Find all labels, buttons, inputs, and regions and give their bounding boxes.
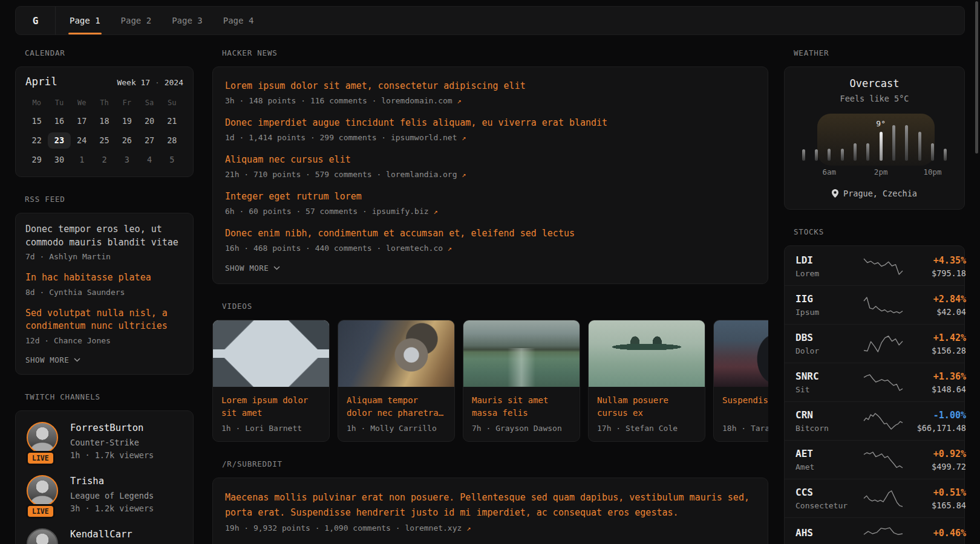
video-card[interactable]: Nullam posuere cursus ex 17h · Stefan Co… xyxy=(588,320,705,442)
stock-row[interactable]: LDI Lorem +4.35% $795.18 xyxy=(785,247,964,285)
hackernews-show-more-button[interactable]: SHOW MORE xyxy=(225,264,756,273)
calendar-day-header: Sa xyxy=(138,96,160,109)
story-meta-text: 3h · 148 points · 116 comments · xyxy=(225,96,376,105)
story-domain-link[interactable]: loremtech.co ↗ xyxy=(386,244,452,253)
calendar-date[interactable]: 26 xyxy=(116,132,138,149)
stock-price: $165.84 xyxy=(903,500,966,511)
calendar-date[interactable]: 15 xyxy=(25,113,48,129)
calendar-week: Week 17 xyxy=(117,78,150,87)
avatar xyxy=(27,475,58,507)
weather-temp-bar xyxy=(854,143,857,161)
rss-item-title[interactable]: Sed volutpat nulla nisl, a condimentum n… xyxy=(25,307,183,333)
calendar-date[interactable]: 28 xyxy=(161,132,183,149)
calendar-date[interactable]: 27 xyxy=(138,132,160,149)
stock-quote: +1.42% $156.28 xyxy=(903,332,966,356)
twitch-channel-info: ForrestBurton Counter-Strike 1h · 1.7k v… xyxy=(70,422,154,461)
weather-hour-slot: 6am xyxy=(825,125,834,161)
app-logo[interactable]: G xyxy=(16,7,56,34)
hackernews-story-meta: 21h · 710 points · 579 comments · loreml… xyxy=(225,169,756,180)
video-card[interactable]: Aliquam tempor dolor nec pharetra… 1h · … xyxy=(338,320,455,442)
page-scrollbar-thumb[interactable] xyxy=(975,1,978,154)
rss-item-title[interactable]: In hac habitasse platea xyxy=(25,271,183,285)
hackernews-story-title[interactable]: Donec imperdiet augue tincidunt felis al… xyxy=(225,116,756,129)
weather-condition: Overcast xyxy=(785,77,964,90)
twitch-channel-row[interactable]: LIVE ForrestBurton Counter-Strike 1h · 1… xyxy=(27,422,182,461)
calendar-date[interactable]: 17 xyxy=(71,113,93,129)
stock-row[interactable]: CRN Bitcorn -1.00% $66,171.48 xyxy=(785,401,964,440)
external-link-icon: ↗ xyxy=(448,244,452,253)
weather-temp-bar xyxy=(866,143,869,161)
hackernews-story-title[interactable]: Lorem ipsum dolor sit amet, consectetur … xyxy=(225,79,756,92)
calendar-date[interactable]: 1 xyxy=(71,152,93,168)
calendar-date[interactable]: 4 xyxy=(138,152,160,168)
twitch-channel-viewers: 3h · 1.2k viewers xyxy=(70,503,154,514)
hackernews-story-title[interactable]: Donec enim nibh, condimentum et accumsan… xyxy=(225,227,756,240)
page-tab[interactable]: Page 4 xyxy=(213,7,264,34)
rss-item-title[interactable]: Donec tempor eros leo, ut commodo mauris… xyxy=(25,223,183,249)
twitch-channel-row[interactable]: LIVE Trisha League of Legends 3h · 1.2k … xyxy=(27,475,182,514)
calendar-date[interactable]: 2 xyxy=(93,152,116,168)
stock-row[interactable]: SNRC Sit +1.36% $148.64 xyxy=(785,363,964,401)
calendar-week-year: Week 17 · 2024 xyxy=(117,78,183,87)
video-card[interactable]: Lorem ipsum dolor sit amet consectetu… 1… xyxy=(212,320,330,442)
calendar-date[interactable]: 3 xyxy=(116,152,138,168)
hackernews-story-title[interactable]: Integer eget rutrum lorem xyxy=(225,190,756,203)
hackernews-section-label: HACKER NEWS xyxy=(222,48,768,58)
stock-row[interactable]: AET Amet +0.92% $499.72 xyxy=(785,440,964,479)
twitch-section-label: TWITCH CHANNELS xyxy=(25,392,194,402)
calendar-date[interactable]: 24 xyxy=(71,132,93,149)
subreddit-widget: Maecenas mollis pulvinar erat non posuer… xyxy=(212,478,768,544)
hackernews-story-meta: 6h · 60 points · 57 comments · ipsumify.… xyxy=(225,206,756,217)
twitch-channel-row[interactable]: KendallCarr xyxy=(27,528,182,544)
weather-hour-slot xyxy=(941,125,950,161)
subreddit-post-title[interactable]: Maecenas mollis pulvinar erat non posuer… xyxy=(225,490,756,520)
calendar-date[interactable]: 5 xyxy=(161,152,183,168)
stock-identity: CRN Bitcorn xyxy=(795,409,863,433)
stock-company-name: Dolor xyxy=(795,346,863,356)
calendar-date[interactable]: 16 xyxy=(48,113,70,129)
video-title: Lorem ipsum dolor sit amet consectetu… xyxy=(221,394,321,419)
stock-row[interactable]: AHS +0.46% xyxy=(785,517,964,544)
page-tab[interactable]: Page 3 xyxy=(162,7,213,34)
story-domain-link[interactable]: loremdomain.com ↗ xyxy=(381,96,461,105)
stock-change-percent: +0.92% xyxy=(903,448,966,460)
page-tab[interactable]: Page 1 xyxy=(59,7,111,34)
calendar-date[interactable]: 30 xyxy=(48,152,70,168)
weather-hourly-chart: 6am xyxy=(799,125,950,161)
stock-price: $66,171.48 xyxy=(903,423,966,433)
calendar-date[interactable]: 21 xyxy=(161,113,183,129)
calendar-day-header: Th xyxy=(93,96,116,109)
weather-temp-bar xyxy=(841,149,844,161)
post-domain-link[interactable]: loremnet.xyz ↗ xyxy=(405,523,471,533)
twitch-channel-info: Trisha League of Legends 3h · 1.2k viewe… xyxy=(70,475,154,514)
story-domain-link[interactable]: ipsumify.biz ↗ xyxy=(372,207,438,216)
weather-hour-slot xyxy=(864,125,872,161)
calendar-date[interactable]: 19 xyxy=(116,113,138,129)
stock-row[interactable]: IIG Ipsum +2.84% $42.04 xyxy=(785,285,964,324)
stock-row[interactable]: DBS Dolor +1.42% $156.28 xyxy=(785,324,964,363)
videos-carousel: Lorem ipsum dolor sit amet consectetu… 1… xyxy=(212,320,768,442)
stock-ticker: CRN xyxy=(795,409,863,421)
video-title: Suspendisse diam xyxy=(722,394,768,419)
story-domain-link[interactable]: loremlandia.org ↗ xyxy=(386,170,466,179)
hackernews-story-meta: 16h · 468 points · 440 comments · loremt… xyxy=(225,243,756,254)
calendar-date[interactable]: 18 xyxy=(93,113,116,129)
page-tab[interactable]: Page 2 xyxy=(111,7,162,34)
rss-show-more-button[interactable]: SHOW MORE xyxy=(25,355,183,364)
calendar-date[interactable]: 22 xyxy=(25,132,48,149)
calendar-date[interactable]: 25 xyxy=(93,132,116,149)
subreddit-section-label: /R/SUBREDDIT xyxy=(222,459,768,469)
stock-row[interactable]: CCS Consectetur +0.51% $165.84 xyxy=(785,479,964,517)
video-meta: 1h · Lori Barnett xyxy=(221,424,321,433)
external-link-icon: ↗ xyxy=(457,97,462,105)
calendar-date[interactable]: 23 xyxy=(48,132,70,149)
hackernews-story-title[interactable]: Aliquam nec cursus elit xyxy=(225,153,756,166)
weather-hour-label: 10pm xyxy=(924,167,942,176)
calendar-date[interactable]: 20 xyxy=(138,113,160,129)
calendar-date[interactable]: 29 xyxy=(25,152,48,168)
stock-quote: -1.00% $66,171.48 xyxy=(903,409,966,433)
video-card[interactable]: Mauris sit amet massa felis 7h · Grayson… xyxy=(463,320,580,442)
video-card[interactable]: Suspendisse diam 18h · Tara xyxy=(713,320,768,442)
story-domain-link[interactable]: ipsumworld.net ↗ xyxy=(391,133,466,142)
stock-identity: AET Amet xyxy=(795,447,863,472)
